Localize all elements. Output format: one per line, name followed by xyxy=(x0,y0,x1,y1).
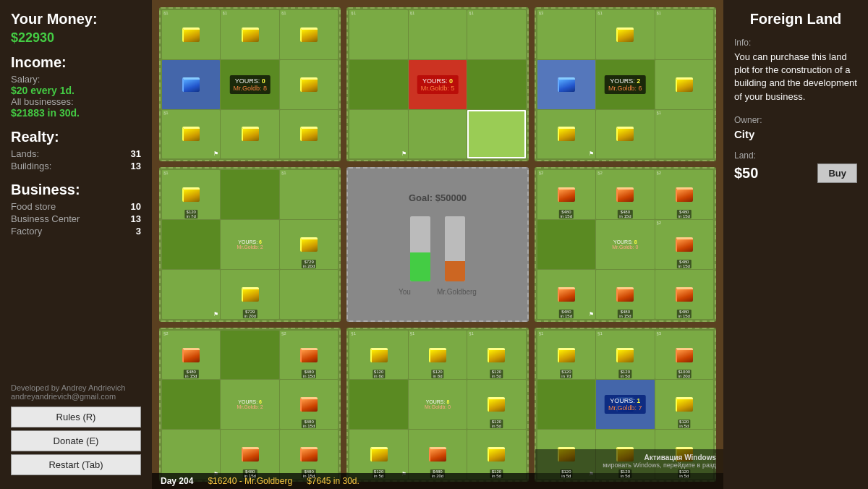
tile[interactable] xyxy=(221,331,278,380)
tile[interactable]: §1 xyxy=(409,10,467,59)
tile[interactable]: $480in 15d xyxy=(655,270,713,319)
restart-button[interactable]: Restart (Tab) xyxy=(11,454,141,475)
buy-button[interactable]: Buy xyxy=(817,163,857,183)
you-bar-inner xyxy=(410,252,430,282)
lands-label: Lands: xyxy=(11,148,39,159)
land-cell-2-0[interactable]: §2 $480in 15d §2 $480in 15d YOURS: 6Mr.G… xyxy=(159,328,341,482)
tile[interactable]: §1 $120in 5d xyxy=(467,331,525,380)
tile[interactable]: $480in 15d ⚑ xyxy=(537,270,595,319)
tile[interactable] xyxy=(596,110,654,159)
tile[interactable] xyxy=(280,110,338,159)
tile[interactable]: §1 xyxy=(221,10,278,59)
tile[interactable] xyxy=(162,220,220,269)
tile[interactable]: §1 xyxy=(596,10,654,59)
tile[interactable]: YOURS: 6Mr.Goldb: 2 xyxy=(221,380,278,429)
tile[interactable]: §1 $120in 7d xyxy=(162,170,220,219)
day-label: Day 204 xyxy=(161,476,193,486)
tile[interactable] xyxy=(537,380,595,429)
tile[interactable] xyxy=(162,380,220,429)
tile[interactable]: §2 $480in 15d xyxy=(655,170,713,219)
tile[interactable]: §1 xyxy=(280,170,338,219)
owner-label: Owner: xyxy=(734,115,857,125)
yours-label-2-2: YOURS: 1 Mr.Goldb: 7 xyxy=(605,395,646,414)
businesses-value: $21883 in 30d. xyxy=(11,107,141,119)
business-label: Business: xyxy=(11,182,141,198)
tile[interactable] xyxy=(537,60,595,109)
tile[interactable]: §1 xyxy=(467,10,525,59)
tile[interactable] xyxy=(655,60,713,109)
land-cell-1-0[interactable]: §1 $120in 7d §1 YOURS: 6Mr.Goldb: 2 $729… xyxy=(159,167,341,321)
tile[interactable]: $480in 15d xyxy=(221,430,278,479)
tile[interactable]: §2 $480in 15d xyxy=(162,331,220,380)
right-panel: Foreign Land Info: You can purchase this… xyxy=(723,0,868,489)
tile[interactable]: YOURS: 6Mr.Goldb: 2 xyxy=(221,220,278,269)
tile[interactable]: $480in 20d xyxy=(409,430,467,479)
yours-label-0-1: YOURS: 0 Mr.Goldb: 5 xyxy=(417,75,459,94)
goal-title: Goal: $50000 xyxy=(399,192,477,203)
left-panel: Your Money: $22930 Income: Salary: $20 e… xyxy=(0,0,152,489)
donate-button[interactable]: Donate (E) xyxy=(11,430,141,451)
tile[interactable]: §2 $480in 15d xyxy=(596,170,654,219)
tile[interactable]: $120in 5d xyxy=(467,430,525,479)
tile[interactable] xyxy=(221,110,278,159)
info-section: Info: You can purchase this land plot fo… xyxy=(734,38,857,115)
tile[interactable]: $480in 15d xyxy=(596,270,654,319)
tile[interactable]: §1 ⚑ xyxy=(162,110,220,159)
tile[interactable] xyxy=(280,60,338,109)
tile[interactable]: §2 $480in 15d xyxy=(280,331,338,380)
tile[interactable]: §1 xyxy=(280,10,338,59)
tile[interactable]: ⚑ xyxy=(537,110,595,159)
tile[interactable]: §1 xyxy=(349,10,407,59)
land-section: Land: $50 Buy xyxy=(734,150,857,183)
tile[interactable]: $729in 20d xyxy=(221,270,278,319)
tile[interactable]: YOURS: 8Mr.Goldb: 0 xyxy=(409,380,467,429)
salary-value: $20 every 1d. xyxy=(11,85,141,96)
tile[interactable]: §1 xyxy=(655,110,713,159)
realty-label: Realty: xyxy=(11,129,141,145)
your-money-label: Your Money: xyxy=(11,11,141,27)
tile[interactable]: ⚑ xyxy=(349,110,407,159)
info-text: You can purchase this land plot for the … xyxy=(734,51,857,103)
tile[interactable]: $480in 15d xyxy=(280,380,338,429)
tile[interactable] xyxy=(162,60,220,109)
tile[interactable]: ⚑ xyxy=(162,430,220,479)
tile[interactable] xyxy=(221,170,278,219)
tile[interactable]: $120in 5d xyxy=(467,380,525,429)
land-cell-2-1[interactable]: §1 $120in 6d §1 $120in 8d §1 $120in 5d Y… xyxy=(346,328,528,482)
land-cell-1-2[interactable]: §2 $480in 15d §2 $480in 15d §2 $480in 15… xyxy=(535,167,716,321)
buildings-label: Buildings: xyxy=(11,161,51,171)
tile[interactable]: §3 xyxy=(537,10,595,59)
tile[interactable]: ⚑ xyxy=(162,270,220,319)
tile[interactable] xyxy=(349,60,407,109)
tile[interactable]: §1 $120in 8d xyxy=(409,331,467,380)
tile[interactable]: §2 $480in 15d xyxy=(537,170,595,219)
tile[interactable]: $120in 5d ⚑ xyxy=(349,430,407,479)
tile[interactable]: YOURS: 8Mr.Goldb: 0 xyxy=(596,220,654,269)
tile[interactable] xyxy=(409,110,467,159)
tile[interactable]: §1 $120in 6d xyxy=(349,331,407,380)
tile[interactable] xyxy=(280,270,338,319)
land-cell-0-2[interactable]: §3 §1 §1 ⚑ xyxy=(535,7,716,161)
tile[interactable]: $120in 5d xyxy=(655,380,713,429)
dev-info: Developed by Andrey Andrievich andreyand… xyxy=(11,383,141,401)
stats-section: Your Money: $22930 Income: Salary: $20 e… xyxy=(11,11,141,247)
food-store-value: 10 xyxy=(131,201,141,212)
tile[interactable] xyxy=(467,110,525,159)
tile[interactable]: $729in 20d xyxy=(280,220,338,269)
tile[interactable]: §3 $1000in 20d xyxy=(655,331,713,380)
tile[interactable] xyxy=(537,220,595,269)
tile[interactable] xyxy=(467,60,525,109)
rules-button[interactable]: Rules (R) xyxy=(11,407,141,428)
tile[interactable]: §1 xyxy=(162,10,220,59)
buildings-value: 13 xyxy=(131,161,141,171)
food-store-label: Food store xyxy=(11,201,56,212)
tile[interactable]: §2 $480in 15d xyxy=(655,220,713,269)
tile[interactable]: §1 xyxy=(655,10,713,59)
tile[interactable]: $480in 15d xyxy=(280,430,338,479)
tile[interactable] xyxy=(349,380,407,429)
tile[interactable]: §1 $120in 7d xyxy=(537,331,595,380)
yours-label-0-2: YOURS: 2 Mr.Goldb: 6 xyxy=(605,75,646,94)
tile[interactable]: §1 $120in 5d xyxy=(596,331,654,380)
land-cell-0-0[interactable]: §1 §1 §1 §1 xyxy=(159,7,341,161)
land-cell-0-1[interactable]: §1 §1 §1 ⚑ YOURS: 0 Mr.Goldb: 5 xyxy=(346,7,528,161)
